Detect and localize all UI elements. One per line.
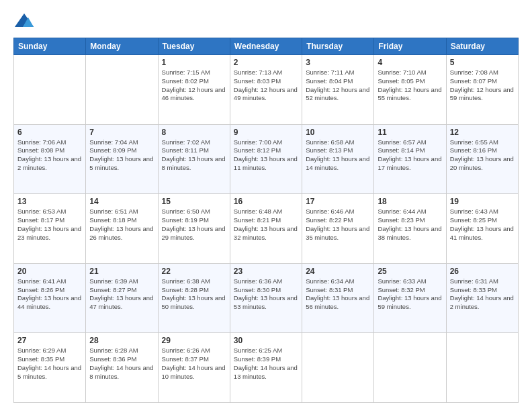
calendar-cell: 10Sunrise: 6:58 AM Sunset: 8:13 PM Dayli…	[302, 124, 374, 194]
calendar-cell	[14, 55, 86, 125]
calendar-cell	[446, 333, 518, 403]
calendar-cell: 11Sunrise: 6:57 AM Sunset: 8:14 PM Dayli…	[374, 124, 446, 194]
day-number: 11	[378, 128, 442, 137]
calendar-cell: 3Sunrise: 7:11 AM Sunset: 8:04 PM Daylig…	[302, 55, 374, 125]
day-number: 20	[17, 267, 82, 276]
calendar-cell: 23Sunrise: 6:36 AM Sunset: 8:30 PM Dayli…	[230, 263, 302, 333]
calendar-week-4: 20Sunrise: 6:41 AM Sunset: 8:26 PM Dayli…	[14, 263, 519, 333]
calendar-cell	[302, 333, 374, 403]
day-info: Sunrise: 7:00 AM Sunset: 8:12 PM Dayligh…	[234, 138, 298, 173]
calendar-cell: 1Sunrise: 7:15 AM Sunset: 8:02 PM Daylig…	[158, 55, 230, 125]
day-info: Sunrise: 6:51 AM Sunset: 8:18 PM Dayligh…	[89, 208, 154, 242]
day-number: 25	[378, 267, 442, 276]
day-number: 16	[234, 197, 298, 206]
day-info: Sunrise: 6:26 AM Sunset: 8:37 PM Dayligh…	[162, 347, 226, 381]
day-number: 26	[450, 267, 515, 276]
day-info: Sunrise: 7:15 AM Sunset: 8:02 PM Dayligh…	[162, 68, 226, 103]
day-number: 10	[306, 128, 370, 137]
day-number: 9	[234, 128, 298, 137]
day-info: Sunrise: 6:33 AM Sunset: 8:32 PM Dayligh…	[378, 277, 442, 312]
day-info: Sunrise: 7:04 AM Sunset: 8:09 PM Dayligh…	[89, 138, 154, 173]
day-number: 17	[306, 197, 370, 206]
calendar-cell	[374, 333, 446, 403]
calendar-header-sunday: Sunday	[14, 38, 86, 55]
day-info: Sunrise: 6:36 AM Sunset: 8:30 PM Dayligh…	[234, 277, 298, 312]
day-number: 28	[89, 336, 154, 345]
day-info: Sunrise: 6:50 AM Sunset: 8:19 PM Dayligh…	[162, 208, 226, 242]
calendar-cell: 13Sunrise: 6:53 AM Sunset: 8:17 PM Dayli…	[14, 194, 86, 264]
calendar-cell: 7Sunrise: 7:04 AM Sunset: 8:09 PM Daylig…	[86, 124, 158, 194]
day-info: Sunrise: 6:28 AM Sunset: 8:36 PM Dayligh…	[89, 347, 154, 381]
calendar-week-2: 6Sunrise: 7:06 AM Sunset: 8:08 PM Daylig…	[14, 124, 519, 194]
calendar-cell: 24Sunrise: 6:34 AM Sunset: 8:31 PM Dayli…	[302, 263, 374, 333]
calendar-cell: 5Sunrise: 7:08 AM Sunset: 8:07 PM Daylig…	[446, 55, 518, 125]
calendar: SundayMondayTuesdayWednesdayThursdayFrid…	[13, 38, 519, 403]
day-info: Sunrise: 6:55 AM Sunset: 8:16 PM Dayligh…	[450, 138, 515, 173]
day-info: Sunrise: 6:31 AM Sunset: 8:33 PM Dayligh…	[450, 277, 515, 312]
day-info: Sunrise: 7:13 AM Sunset: 8:03 PM Dayligh…	[234, 68, 298, 103]
day-number: 1	[162, 58, 226, 67]
calendar-cell: 26Sunrise: 6:31 AM Sunset: 8:33 PM Dayli…	[446, 263, 518, 333]
day-info: Sunrise: 6:57 AM Sunset: 8:14 PM Dayligh…	[378, 138, 442, 173]
calendar-cell: 21Sunrise: 6:39 AM Sunset: 8:27 PM Dayli…	[86, 263, 158, 333]
day-info: Sunrise: 6:41 AM Sunset: 8:26 PM Dayligh…	[17, 277, 82, 312]
day-info: Sunrise: 6:53 AM Sunset: 8:17 PM Dayligh…	[17, 208, 82, 242]
calendar-header-tuesday: Tuesday	[158, 38, 230, 55]
day-number: 6	[17, 128, 82, 137]
calendar-header-wednesday: Wednesday	[230, 38, 302, 55]
day-number: 12	[450, 128, 515, 137]
calendar-header-row: SundayMondayTuesdayWednesdayThursdayFrid…	[14, 38, 519, 55]
day-number: 18	[378, 197, 442, 206]
calendar-cell: 17Sunrise: 6:46 AM Sunset: 8:22 PM Dayli…	[302, 194, 374, 264]
calendar-cell: 29Sunrise: 6:26 AM Sunset: 8:37 PM Dayli…	[158, 333, 230, 403]
calendar-header-friday: Friday	[374, 38, 446, 55]
header	[13, 12, 519, 31]
calendar-cell: 8Sunrise: 7:02 AM Sunset: 8:11 PM Daylig…	[158, 124, 230, 194]
day-info: Sunrise: 6:39 AM Sunset: 8:27 PM Dayligh…	[89, 277, 154, 312]
calendar-cell: 16Sunrise: 6:48 AM Sunset: 8:21 PM Dayli…	[230, 194, 302, 264]
day-number: 27	[17, 336, 82, 345]
day-number: 4	[378, 58, 442, 67]
calendar-cell	[86, 55, 158, 125]
day-number: 8	[162, 128, 226, 137]
calendar-header-thursday: Thursday	[302, 38, 374, 55]
calendar-header-saturday: Saturday	[446, 38, 518, 55]
day-info: Sunrise: 6:58 AM Sunset: 8:13 PM Dayligh…	[306, 138, 370, 173]
day-number: 30	[234, 336, 298, 345]
calendar-cell: 2Sunrise: 7:13 AM Sunset: 8:03 PM Daylig…	[230, 55, 302, 125]
day-number: 13	[17, 197, 82, 206]
calendar-cell: 19Sunrise: 6:43 AM Sunset: 8:25 PM Dayli…	[446, 194, 518, 264]
day-info: Sunrise: 6:48 AM Sunset: 8:21 PM Dayligh…	[234, 208, 298, 242]
calendar-cell: 22Sunrise: 6:38 AM Sunset: 8:28 PM Dayli…	[158, 263, 230, 333]
day-number: 24	[306, 267, 370, 276]
day-number: 19	[450, 197, 515, 206]
day-number: 3	[306, 58, 370, 67]
calendar-cell: 30Sunrise: 6:25 AM Sunset: 8:39 PM Dayli…	[230, 333, 302, 403]
day-number: 7	[89, 128, 154, 137]
logo-icon	[13, 12, 35, 31]
calendar-cell: 18Sunrise: 6:44 AM Sunset: 8:23 PM Dayli…	[374, 194, 446, 264]
calendar-header-monday: Monday	[86, 38, 158, 55]
day-number: 2	[234, 58, 298, 67]
day-info: Sunrise: 7:11 AM Sunset: 8:04 PM Dayligh…	[306, 68, 370, 103]
day-info: Sunrise: 6:44 AM Sunset: 8:23 PM Dayligh…	[378, 208, 442, 242]
day-number: 14	[89, 197, 154, 206]
day-info: Sunrise: 6:29 AM Sunset: 8:35 PM Dayligh…	[17, 347, 82, 381]
calendar-cell: 4Sunrise: 7:10 AM Sunset: 8:05 PM Daylig…	[374, 55, 446, 125]
page: SundayMondayTuesdayWednesdayThursdayFrid…	[0, 0, 532, 411]
calendar-week-3: 13Sunrise: 6:53 AM Sunset: 8:17 PM Dayli…	[14, 194, 519, 264]
day-info: Sunrise: 6:34 AM Sunset: 8:31 PM Dayligh…	[306, 277, 370, 312]
calendar-cell: 9Sunrise: 7:00 AM Sunset: 8:12 PM Daylig…	[230, 124, 302, 194]
day-info: Sunrise: 6:43 AM Sunset: 8:25 PM Dayligh…	[450, 208, 515, 242]
day-number: 5	[450, 58, 515, 67]
day-info: Sunrise: 7:08 AM Sunset: 8:07 PM Dayligh…	[450, 68, 515, 103]
calendar-cell: 12Sunrise: 6:55 AM Sunset: 8:16 PM Dayli…	[446, 124, 518, 194]
day-info: Sunrise: 7:02 AM Sunset: 8:11 PM Dayligh…	[162, 138, 226, 173]
calendar-cell: 15Sunrise: 6:50 AM Sunset: 8:19 PM Dayli…	[158, 194, 230, 264]
day-info: Sunrise: 7:06 AM Sunset: 8:08 PM Dayligh…	[17, 138, 82, 173]
day-info: Sunrise: 6:46 AM Sunset: 8:22 PM Dayligh…	[306, 208, 370, 242]
day-info: Sunrise: 6:25 AM Sunset: 8:39 PM Dayligh…	[234, 347, 298, 381]
logo	[13, 12, 38, 31]
day-info: Sunrise: 7:10 AM Sunset: 8:05 PM Dayligh…	[378, 68, 442, 103]
calendar-cell: 20Sunrise: 6:41 AM Sunset: 8:26 PM Dayli…	[14, 263, 86, 333]
